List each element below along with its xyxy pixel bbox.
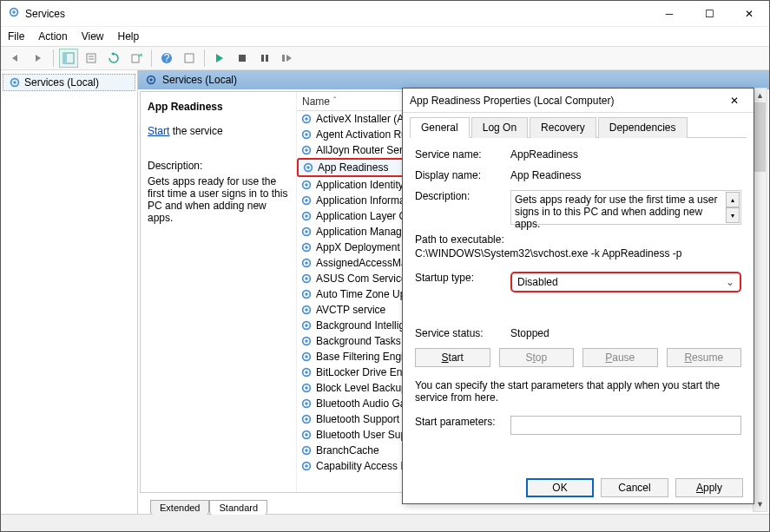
properties-button[interactable]	[82, 49, 101, 68]
scroll-down-icon[interactable]: ▼	[754, 497, 767, 511]
back-button[interactable]	[6, 49, 25, 68]
startup-type-value: Disabled	[517, 276, 558, 288]
menu-view[interactable]: View	[82, 30, 104, 43]
tree-node-services-local[interactable]: Services (Local)	[3, 74, 135, 91]
svg-point-16	[13, 81, 16, 84]
forward-button[interactable]	[29, 49, 48, 68]
start-parameters-input[interactable]	[510, 416, 741, 435]
gear-icon	[300, 413, 313, 425]
dialog-close-button[interactable]: ✕	[722, 89, 747, 113]
maximize-button[interactable]: ☐	[689, 1, 729, 27]
gear-icon	[302, 161, 314, 174]
gear-icon	[300, 319, 313, 332]
gear-icon	[300, 366, 313, 378]
ok-button[interactable]: OK	[526, 478, 594, 497]
value-description: Gets apps ready for use the first time a…	[510, 190, 741, 225]
value-service-status: Stopped	[510, 327, 741, 339]
svg-point-36	[305, 246, 308, 249]
tab-dependencies[interactable]: Dependencies	[598, 117, 688, 138]
close-button[interactable]: ✕	[729, 1, 769, 27]
tab-extended[interactable]: Extended	[150, 500, 209, 515]
scroll-thumb[interactable]	[754, 102, 766, 172]
dialog-titlebar: App Readiness Properties (Local Computer…	[403, 89, 754, 113]
scroll-up-icon[interactable]: ▲	[754, 89, 767, 102]
cancel-button[interactable]: Cancel	[601, 478, 668, 497]
refresh-button[interactable]	[104, 49, 123, 68]
show-hide-tree-button[interactable]	[59, 49, 78, 68]
svg-point-46	[305, 324, 308, 327]
right-pane-header: Services (Local)	[138, 70, 769, 89]
chevron-down-icon: ⌄	[726, 276, 734, 288]
menu-file[interactable]: File	[8, 30, 24, 43]
gear-icon	[300, 144, 313, 156]
description-text: Gets apps ready for use the first time a…	[148, 175, 289, 224]
value-service-name: AppReadiness	[510, 148, 741, 161]
start-service-button[interactable]	[210, 49, 229, 68]
service-name: ASUS Com Service	[316, 273, 407, 285]
vertical-scrollbar[interactable]: ▲ ▼	[753, 88, 767, 512]
sort-asc-icon: ˆ	[333, 96, 336, 106]
svg-point-34	[305, 230, 308, 233]
label-path: Path to executable:	[415, 233, 741, 246]
tab-recovery[interactable]: Recovery	[530, 117, 596, 138]
svg-rect-11	[239, 55, 246, 62]
gear-icon	[300, 226, 313, 238]
svg-point-58	[305, 417, 308, 421]
svg-text:?: ?	[164, 52, 170, 64]
svg-point-28	[305, 183, 308, 187]
gear-icon	[300, 351, 313, 363]
svg-point-54	[305, 386, 308, 390]
console-tree: Services (Local)	[1, 70, 138, 514]
tab-logon[interactable]: Log On	[471, 117, 528, 138]
menu-help[interactable]: Help	[118, 30, 140, 43]
pause-button: Pause	[582, 348, 658, 367]
start-button[interactable]: Start	[415, 348, 490, 367]
tab-standard[interactable]: Standard	[209, 500, 267, 515]
service-name: Application Identity	[316, 179, 404, 191]
gear-icon	[300, 335, 313, 347]
start-params-note: You can specify the start parameters tha…	[415, 379, 741, 404]
gear-icon	[300, 257, 313, 269]
help2-button[interactable]	[180, 49, 199, 68]
start-link-suffix: the service	[169, 125, 222, 137]
minimize-button[interactable]: ─	[649, 1, 689, 27]
help-button[interactable]: ?	[157, 49, 176, 68]
description-label: Description:	[148, 160, 289, 172]
detail-panel: App Readiness Start the service Descript…	[141, 92, 297, 492]
gear-icon	[300, 241, 313, 253]
menu-action[interactable]: Action	[38, 30, 67, 43]
label-start-parameters: Start parameters:	[415, 416, 510, 435]
gear-icon	[300, 288, 313, 300]
svg-point-38	[305, 261, 308, 265]
status-bar	[1, 514, 769, 531]
startup-type-select[interactable]: Disabled ⌄	[510, 272, 741, 292]
export-button[interactable]	[127, 49, 146, 68]
gear-icon	[300, 113, 313, 125]
svg-rect-10	[185, 54, 194, 62]
svg-rect-4	[87, 54, 95, 62]
gear-icon	[300, 210, 313, 222]
svg-point-24	[305, 148, 308, 152]
svg-point-52	[305, 371, 308, 374]
svg-rect-14	[282, 55, 285, 62]
gear-icon	[300, 194, 313, 207]
stop-service-button[interactable]	[233, 49, 252, 68]
label-display-name: Display name:	[415, 169, 510, 181]
gear-icon	[300, 444, 313, 456]
pause-service-button[interactable]	[255, 49, 274, 68]
start-service-link[interactable]: Start	[148, 125, 169, 137]
tab-general[interactable]: General	[410, 117, 470, 138]
restart-service-button[interactable]	[278, 49, 297, 68]
value-display-name: App Readiness	[510, 169, 741, 181]
svg-rect-12	[261, 55, 264, 62]
window-titlebar: Services ─ ☐ ✕	[1, 1, 769, 27]
menu-bar: File Action View Help	[1, 27, 769, 46]
svg-point-48	[305, 339, 308, 343]
gear-icon	[300, 429, 313, 441]
apply-button[interactable]: Apply	[675, 478, 743, 497]
svg-point-32	[305, 214, 308, 218]
gear-icon	[145, 74, 157, 86]
description-spinner[interactable]: ▴▾	[726, 192, 740, 223]
gear-icon	[300, 128, 313, 141]
svg-point-44	[305, 308, 308, 312]
